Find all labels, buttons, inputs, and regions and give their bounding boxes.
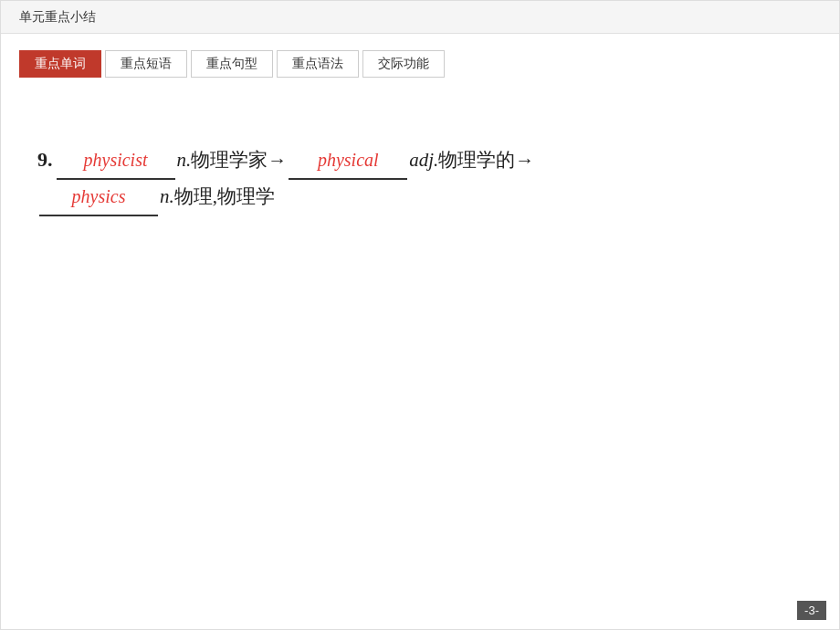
top-bar: 单元重点小结 [1, 1, 839, 34]
content-area: 9. physicist n.物理学家→ physical adj.物理学的→ … [1, 87, 839, 262]
tab-communication[interactable]: 交际功能 [362, 50, 445, 78]
tab-phrases[interactable]: 重点短语 [105, 50, 187, 78]
slide-container: 单元重点小结 重点单词 重点短语 重点句型 重点语法 交际功能 9. physi… [0, 0, 840, 630]
tab-bar: 重点单词 重点短语 重点句型 重点语法 交际功能 [1, 34, 839, 87]
tab-sentences[interactable]: 重点句型 [191, 50, 273, 78]
top-title: 单元重点小结 [19, 9, 96, 24]
blank-physics: physics [39, 180, 158, 216]
blank-physical: physical [289, 143, 407, 180]
blank-physicist: physicist [57, 143, 175, 180]
label-physicist: n.物理学家→ [177, 143, 288, 178]
entry-line-2: physics n.物理,物理学 [37, 180, 803, 216]
entry-9: 9. physicist n.物理学家→ physical adj.物理学的→ … [37, 142, 803, 216]
tab-keywords[interactable]: 重点单词 [19, 50, 101, 78]
page-number: -3- [797, 601, 826, 620]
entry-number: 9. [37, 142, 53, 178]
label-physical: adj.物理学的→ [409, 143, 534, 178]
tab-grammar[interactable]: 重点语法 [277, 50, 359, 78]
label-physics: n.物理,物理学 [160, 180, 275, 215]
entry-line-1: 9. physicist n.物理学家→ physical adj.物理学的→ [37, 142, 803, 180]
